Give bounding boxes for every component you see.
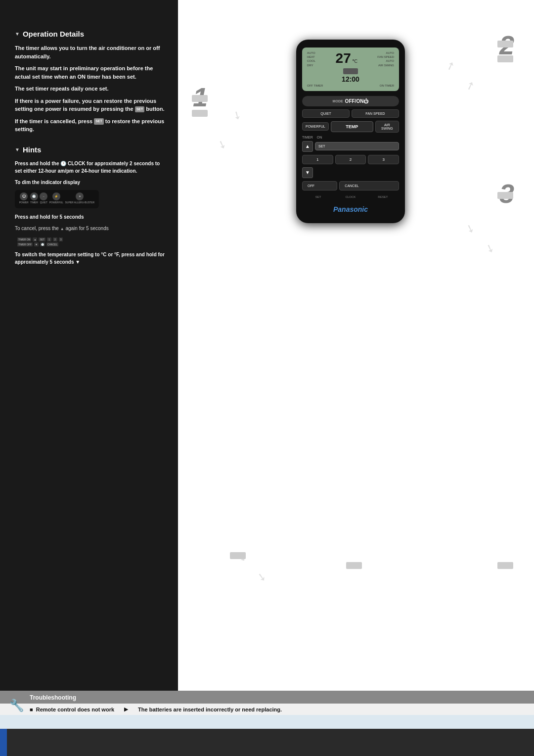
trouble-row-2-text: [30, 719, 31, 725]
mini-super-label: SUPER ALLERU-BUSTER: [65, 201, 94, 204]
bottom-strip: [0, 727, 534, 756]
mini-super-icon: ✦: [76, 192, 84, 200]
display-indicator-bar: [343, 68, 358, 74]
hint-4: To cancel, press the ▲ again for 5 secon…: [15, 225, 168, 232]
bracket-indicator-1: [192, 95, 208, 102]
wrench-icon: 🔧: [9, 699, 24, 712]
mini-set-btn: SET: [39, 237, 45, 241]
powerful-button[interactable]: POWERFUL: [302, 122, 329, 131]
fan-speed-button[interactable]: FAN SPEED: [352, 109, 399, 118]
reset-bottom-label: RESET: [367, 195, 399, 198]
display-mode-list: AUTO HEAT COOL DRY: [307, 51, 315, 67]
off-button[interactable]: OFF: [302, 181, 337, 190]
mini-quiet-icon: ~: [40, 192, 47, 200]
remote-buttons-area: MODE OFF/ON⏻ QUIET FAN SPEED POWERFUL TE…: [302, 96, 399, 213]
arrow-up-button[interactable]: ▲: [302, 141, 313, 152]
troubleshooting-row-1: ■ Remote control does not work ▶ The bat…: [0, 704, 534, 715]
mode-heat: HEAT: [307, 55, 315, 59]
bracket-bottom-3: [497, 562, 513, 569]
mini-timer-icon: 🕐: [30, 192, 38, 200]
num-2-button[interactable]: 2: [335, 155, 366, 164]
hints-header: Hints: [15, 145, 168, 154]
temp-button[interactable]: TEMP: [331, 121, 373, 132]
hint-3: Press and hold for 5 seconds: [15, 213, 168, 221]
mini-quiet-label: QUIET: [40, 201, 47, 204]
mini-powerful-label: POWERFUL: [49, 201, 63, 204]
deco-arrow-bottom-2: ➘: [256, 570, 267, 585]
air-swing-button[interactable]: AIR SWING: [375, 121, 399, 133]
remote-control: AUTO HEAT COOL DRY 27 ℃ AUTO FAN SPEED A…: [296, 40, 405, 223]
mini-num-1: 1: [47, 237, 51, 241]
timer-section: TIMER ON ▲ SET: [302, 136, 399, 152]
mini-quiet-icon-item: ~ QUIET: [40, 192, 47, 204]
celsius-symbol: ℃: [352, 58, 357, 64]
cancel-button[interactable]: CANCEL: [339, 181, 399, 190]
timer-label-row: TIMER ON: [302, 136, 399, 139]
right-panel: 1 2 3 ➘ ➘ ➚ ➚ ➘ ➘ AUTO HEAT COOL DR: [178, 0, 534, 703]
bracket-indicator-3: [497, 41, 513, 47]
off-on-button[interactable]: MODE OFF/ON⏻: [302, 96, 399, 106]
mode-dry: DRY: [307, 64, 315, 67]
mode-cool: COOL: [307, 59, 315, 63]
mini-arrow-down: ▼: [34, 242, 39, 246]
remote-display: AUTO HEAT COOL DRY 27 ℃ AUTO FAN SPEED A…: [302, 47, 399, 91]
mini-power-icon-item: ⏻ POWER: [19, 192, 29, 204]
mode-auto: AUTO: [307, 51, 315, 55]
trouble-cause-separator: ▶: [124, 706, 128, 712]
mini-remote-timer-diagram: TIMER ON ▲ SET 1 2 3 TIMER OFF ▼ 🕐 CANCE…: [15, 236, 84, 248]
troubleshooting-section: Troubleshooting ■ Remote control does no…: [0, 691, 534, 729]
hint-1: Press and hold the 🕐 CLOCK for approxima…: [15, 160, 168, 175]
quiet-button[interactable]: QUIET: [302, 109, 350, 118]
num-1-button[interactable]: 1: [302, 155, 333, 164]
sweep-arrow-5: ➘: [464, 222, 477, 237]
display-time: 12:00: [307, 75, 394, 83]
sweep-arrow-3: ➚: [444, 58, 457, 74]
troubleshooting-title: Troubleshooting: [30, 694, 76, 701]
page-container: Operation Details The timer allows you t…: [0, 0, 534, 756]
mini-timer-on-label: TIMER ON: [17, 237, 31, 241]
bracket-indicator-5: [497, 192, 513, 199]
op-detail-5: If the timer is cancelled, press SET to …: [15, 117, 168, 134]
troubleshooting-header-bar: Troubleshooting: [0, 691, 534, 704]
display-right-labels: AUTO FAN SPEED AUTO AIR SWING: [377, 51, 394, 67]
mini-powerful-icon: ⚡: [52, 192, 60, 200]
air-swing-display-label: AIR SWING: [378, 64, 394, 67]
bracket-bottom-2: [346, 562, 362, 569]
mini-timer-row-1: TIMER ON ▲ SET 1 2 3: [17, 237, 82, 241]
trouble-cause-1: The batteries are inserted incorrectly o…: [138, 707, 282, 712]
display-timer-labels: OFF TIMER ON TIMER: [307, 84, 394, 87]
auto-label: AUTO: [386, 51, 394, 55]
mini-timer-label: TIMER: [30, 201, 38, 204]
mode-btn-label: MODE: [333, 99, 343, 103]
sweep-arrow-6: ➘: [484, 241, 496, 257]
off-timer-display-label: OFF TIMER: [307, 84, 323, 87]
set-button[interactable]: SET: [315, 142, 399, 150]
num-3-button[interactable]: 3: [368, 155, 399, 164]
mini-cancel-small: CANCEL: [46, 242, 58, 246]
sweep-arrow-4: ➚: [464, 78, 477, 94]
auto-label-2: AUTO: [386, 59, 394, 63]
bottom-row-labels: SET CLOCK RESET: [302, 195, 399, 198]
mini-timer-icon-item: 🕐 TIMER: [30, 192, 38, 204]
mini-arrow-up: ▲: [33, 237, 37, 241]
mini-power-icon: ⏻: [20, 192, 28, 200]
fan-speed-display-label: FAN SPEED: [377, 55, 394, 59]
op-detail-3: The set timer repeats daily once set.: [15, 85, 168, 93]
timer-buttons-row: ▲ SET: [302, 141, 399, 152]
mini-power-label: POWER: [19, 201, 29, 204]
mini-num-3: 3: [59, 237, 63, 241]
mini-set-clock: 🕐: [40, 242, 45, 246]
arrow-down-row: ▼: [302, 167, 399, 178]
left-panel: Operation Details The timer allows you t…: [15, 30, 168, 270]
hints-section: Hints Press and hold the 🕐 CLOCK for app…: [15, 145, 168, 266]
set-bottom-label: SET: [302, 195, 334, 198]
arrow-down-button[interactable]: ▼: [302, 167, 313, 178]
op-detail-2: The unit may start in preliminary operat…: [15, 64, 168, 81]
display-temperature: 27: [336, 51, 351, 65]
quiet-fanspeed-row: QUIET FAN SPEED: [302, 109, 399, 118]
off-cancel-row: OFF CANCEL: [302, 181, 399, 190]
timer-section-label: TIMER: [302, 136, 313, 139]
operation-details-header: Operation Details: [15, 30, 168, 38]
bracket-indicator-4: [497, 55, 513, 62]
sweep-arrow-1: ➘: [230, 107, 244, 123]
